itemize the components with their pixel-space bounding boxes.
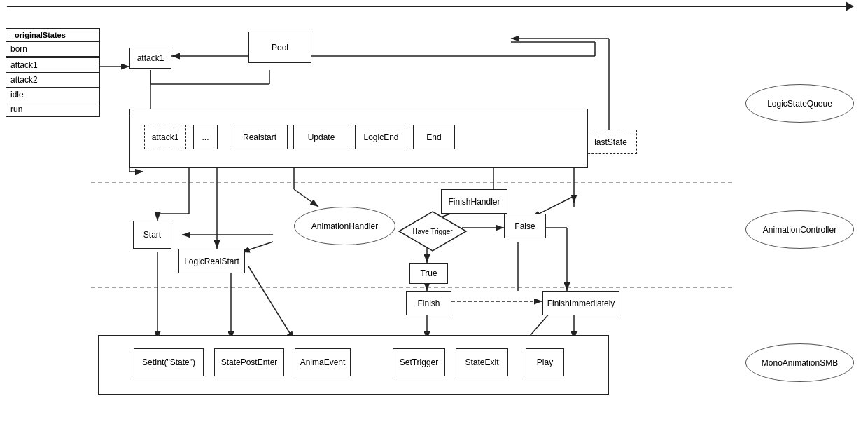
finishimmediately-box: FinishImmediately (542, 291, 620, 315)
attack1-solid-box: attack1 (130, 48, 172, 69)
svg-line-31 (294, 189, 318, 207)
pool-box: Pool (248, 32, 312, 63)
false-box: False (504, 214, 546, 238)
svg-text:Have Trigger: Have Trigger (412, 228, 453, 235)
monoanimationsmb-label: MonoAnimationSMB (746, 343, 854, 382)
attack1-dashed-box: attack1 (144, 125, 186, 149)
havetrigger-diamond: Have Trigger (398, 210, 468, 252)
finish-box: Finish (406, 291, 451, 315)
stateexit-box: StateExit (456, 348, 508, 376)
animationcontroller-label: AnimationController (746, 210, 854, 249)
setint-box: SetInt("State") (134, 348, 204, 376)
svg-line-34 (248, 266, 294, 340)
laststate-box: lastState (584, 130, 637, 154)
animaevent-box: AnimaEvent (295, 348, 351, 376)
svg-line-23 (241, 242, 273, 252)
play-box: Play (526, 348, 564, 376)
settrigger-box: SetTrigger (393, 348, 445, 376)
animationhandler-ellipse: AnimationHandler (294, 207, 396, 245)
logic-queue-region: attack1 ... Realstart Update LogicEnd En… (130, 109, 588, 168)
original-states-container: _originalStates born attack1 attack2 idl… (6, 28, 100, 117)
start-box: Start (133, 221, 172, 249)
diagram: _originalStates born attack1 attack2 idl… (0, 0, 868, 424)
state-run: run (6, 102, 99, 116)
logicrealstart-box: LogicRealStart (178, 249, 245, 273)
statepostenter-box: StatePostEnter (214, 348, 284, 376)
state-born: born (6, 42, 99, 57)
logicstatequeue-label: LogicStateQueue (746, 84, 854, 123)
state-attack1: attack1 (6, 57, 99, 73)
true-box: True (410, 263, 448, 284)
update-box: Update (293, 125, 349, 149)
state-idle: idle (6, 88, 99, 102)
original-states-title: _originalStates (6, 29, 99, 42)
dots-box: ... (193, 125, 218, 149)
state-attack2: attack2 (6, 73, 99, 88)
realstart-box: Realstart (232, 125, 288, 149)
end-box: End (413, 125, 455, 149)
logicend-box: LogicEnd (355, 125, 407, 149)
mono-animation-region: SetInt("State") StatePostEnter AnimaEven… (98, 335, 609, 395)
